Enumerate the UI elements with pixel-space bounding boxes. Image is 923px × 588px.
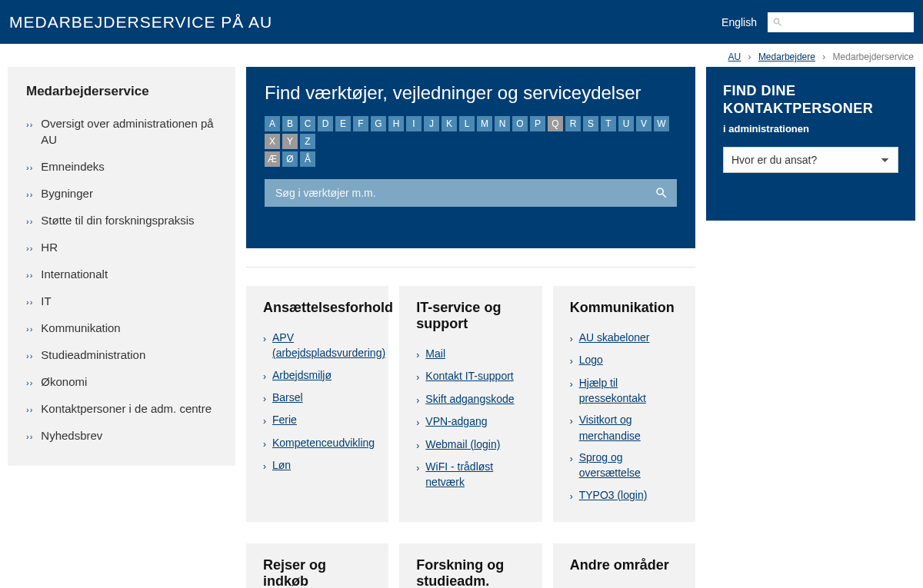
find-search-button[interactable] [646,179,677,207]
alpha-letter[interactable]: I [406,116,422,131]
sidebar-item[interactable]: ››Internationalt [26,261,217,287]
card-title: Andre områder [570,557,678,573]
chevron-double-icon: ›› [26,185,33,201]
card-list: ›AU skabeloner›Logo›Hjælp til pressekont… [570,327,678,507]
chevron-double-icon: ›› [26,239,33,254]
card-item: ›AU skabeloner [570,327,678,349]
alpha-letter[interactable]: E [335,116,351,131]
alpha-letter[interactable]: D [318,116,333,131]
sidebar-item[interactable]: ››Kontaktpersoner i de adm. centre [26,395,217,422]
card-link[interactable]: Mail [425,346,445,361]
card: Rejser og indkøb›Blanketter›CWT-portalen… [246,543,388,588]
alpha-letter[interactable]: B [282,116,298,131]
alpha-letter[interactable]: R [565,116,581,131]
card-link[interactable]: Løn [272,457,291,473]
alpha-letter[interactable]: L [459,116,475,131]
sidebar-item[interactable]: ››Emneindeks [26,153,217,180]
language-link[interactable]: English [721,16,757,28]
sidebar-item-link[interactable]: Økonomi [41,374,87,390]
alpha-letter[interactable]: F [353,116,368,131]
contacts-title: FIND DINE KONTAKTPERSONER [723,82,898,117]
card-item: ›WiFI - trådløst netværk [416,456,525,493]
contacts-select[interactable]: Hvor er du ansat? [723,147,898,173]
sidebar-item[interactable]: ››Kommunikation [26,314,217,341]
chevron-right-icon: › [263,390,266,406]
alpha-letter[interactable]: N [495,116,510,131]
alpha-letter[interactable]: W [654,116,669,131]
right-column: FIND DINE KONTAKTPERSONER i administrati… [706,67,915,221]
sidebar-item[interactable]: ››Oversigt over administrationen på AU [26,110,217,153]
card-link[interactable]: VPN-adgang [425,414,487,429]
card-link[interactable]: AU skabeloner [579,330,650,345]
card-link[interactable]: Hjælp til pressekontakt [579,375,678,407]
sidebar-item-link[interactable]: Nyhedsbrev [41,427,102,443]
card-link[interactable]: WiFI - trådløst netværk [425,459,525,490]
sidebar-item-link[interactable]: Støtte til din forskningspraksis [41,212,194,228]
chevron-right-icon: › [416,414,419,430]
cards-row: Ansættelsesforhold›APV (arbejdspladsvurd… [246,286,695,522]
card-link[interactable]: Kompetenceudvikling [272,435,375,450]
card-link[interactable]: Arbejdsmiljø [272,367,332,383]
chevron-right-icon: › [263,330,266,346]
alpha-letter[interactable]: G [371,116,386,131]
alpha-letter[interactable]: A [265,116,280,131]
sidebar-item[interactable]: ››Støtte til din forskningspraksis [26,207,217,234]
sidebar-item-link[interactable]: Emneindeks [41,158,105,174]
card-link[interactable]: APV (arbejdspladsvurdering) [272,330,385,361]
card-item: ›Hjælp til pressekontakt [570,372,678,410]
sidebar-item[interactable]: ››Nyhedsbrev [26,422,217,449]
alpha-letter[interactable]: T [601,116,616,131]
alpha-letter[interactable]: Z [300,134,315,149]
sidebar-item-link[interactable]: IT [41,293,51,309]
alpha-letter[interactable]: K [442,116,457,131]
sidebar-item-link[interactable]: Internationalt [41,266,108,282]
card-title: Rejser og indkøb [263,557,372,588]
sidebar-item[interactable]: ››HR [26,234,217,261]
sidebar-item-link[interactable]: Bygninger [41,185,93,201]
sidebar-item[interactable]: ››IT [26,287,217,314]
alpha-letter[interactable]: O [512,116,528,131]
header-search-input[interactable] [768,12,914,32]
card-link[interactable]: Kontakt IT-support [425,368,513,384]
card-link[interactable]: Visitkort og merchandise [579,412,678,443]
card-link[interactable]: Webmail (login) [425,437,500,452]
alpha-row: ÆØÅ [265,151,677,167]
breadcrumb-link[interactable]: Medarbejdere [758,51,815,62]
card-item: ›Webmail (login) [416,434,525,456]
alpha-letter[interactable]: J [424,116,439,131]
card-link[interactable]: Skift adgangskode [425,391,514,407]
breadcrumb-link[interactable]: AU [728,51,741,62]
alpha-letter[interactable]: Å [300,151,315,167]
sidebar-item[interactable]: ››Studieadministration [26,341,217,368]
alpha-letter[interactable]: Ø [282,151,298,167]
sidebar-item-link[interactable]: Oversigt over administrationen på AU [41,115,217,148]
card-link[interactable]: Ferie [272,412,297,427]
find-search-input[interactable] [265,179,677,207]
alpha-letter[interactable]: C [300,116,315,131]
sidebar-item[interactable]: ››Bygninger [26,180,217,207]
card-item: ›Barsel [263,387,372,409]
alpha-letter[interactable]: M [477,116,492,131]
chevron-right-icon: › [416,437,419,453]
sidebar-item-link[interactable]: Kontaktpersoner i de adm. centre [41,400,212,417]
alpha-letter[interactable]: P [530,116,545,131]
sidebar-title: Medarbejderservice [26,84,217,99]
chevron-double-icon: ›› [26,293,33,308]
chevron-right-icon: › [263,367,266,384]
alpha-letter[interactable]: H [388,116,404,131]
alpha-letter[interactable]: S [583,116,598,131]
card-link[interactable]: Barsel [272,390,303,405]
card-title: Forskning og studieadm. [416,557,525,588]
breadcrumb: AU › Medarbejdere › Medarbejderservice [0,44,923,67]
sidebar-item-link[interactable]: Studieadministration [41,347,145,363]
alpha-letter[interactable]: V [636,116,651,131]
card-link[interactable]: Sprog og oversættelse [579,450,678,481]
alpha-letter[interactable]: U [618,116,634,131]
card-link[interactable]: TYPO3 (login) [579,487,648,503]
card-link[interactable]: Logo [579,352,603,367]
sidebar-item-link[interactable]: Kommunikation [41,320,120,336]
sidebar-item[interactable]: ››Økonomi [26,368,217,395]
card: Forskning og studieadm.›AU Library›Brigh… [399,543,541,588]
sidebar-item-link[interactable]: HR [41,239,58,255]
find-panel: Find værktøjer, vejledninger og servicey… [246,67,695,248]
